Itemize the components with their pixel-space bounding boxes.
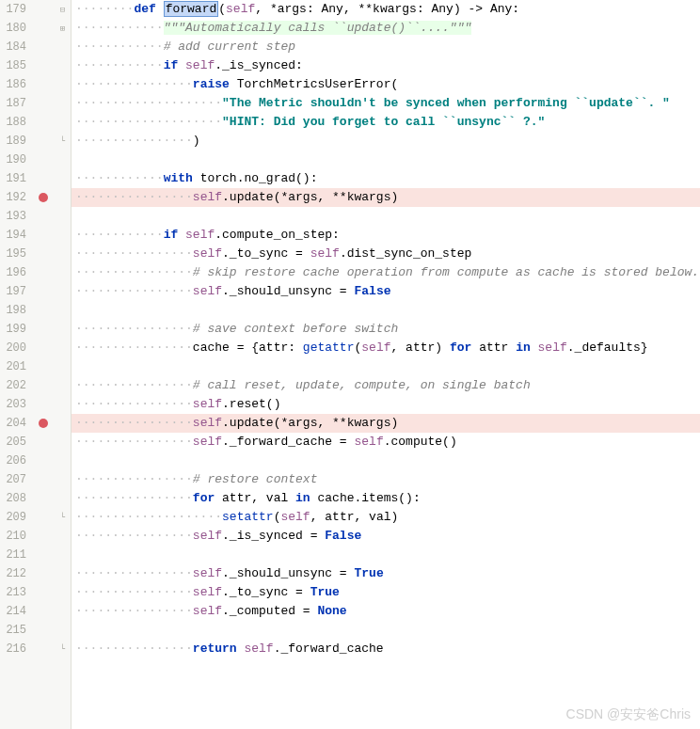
code-line[interactable]: ········def forward(self, *args: Any, **… bbox=[72, 0, 700, 19]
code-line[interactable] bbox=[72, 207, 700, 226]
breakpoint-cell[interactable] bbox=[39, 414, 48, 433]
token-kw: in bbox=[516, 341, 531, 355]
token-comment: # call reset, update, compute, on single… bbox=[193, 378, 531, 392]
fold-cell[interactable]: ⊟ bbox=[60, 0, 65, 19]
code-line[interactable]: ················self.update(*args, **kwa… bbox=[72, 188, 700, 207]
token-self: self bbox=[193, 416, 222, 430]
code-line[interactable] bbox=[72, 151, 700, 169]
token-kw: return bbox=[193, 642, 245, 656]
token-dots: ················ bbox=[75, 284, 193, 298]
code-line[interactable]: ················self._is_synced = False bbox=[72, 527, 700, 546]
breakpoint-icon[interactable] bbox=[39, 419, 48, 428]
fold-cell[interactable]: └ bbox=[60, 508, 65, 527]
code-line[interactable]: ················raise TorchMetricsUserEr… bbox=[72, 75, 700, 94]
breakpoint-gutter[interactable] bbox=[32, 0, 55, 729]
breakpoint-icon[interactable] bbox=[39, 193, 48, 202]
code-line[interactable]: ················# call reset, update, co… bbox=[72, 376, 700, 395]
line-number: 188 bbox=[0, 113, 26, 132]
code-line[interactable]: ················) bbox=[72, 132, 700, 151]
fold-plus-icon[interactable]: ⊞ bbox=[60, 24, 65, 34]
code-line[interactable]: ················self._computed = None bbox=[72, 602, 700, 621]
line-number: 216 bbox=[0, 640, 26, 658]
code-area[interactable]: ········def forward(self, *args: Any, **… bbox=[72, 0, 700, 729]
code-line[interactable]: ················self.update(*args, **kwa… bbox=[72, 414, 700, 433]
fold-cell[interactable]: ⊞ bbox=[60, 19, 65, 38]
token-op: .dist_sync_on_step bbox=[340, 246, 471, 261]
code-line[interactable]: ············if self.compute_on_step: bbox=[72, 226, 700, 245]
code-line[interactable]: ················# restore context bbox=[72, 470, 700, 489]
code-line[interactable] bbox=[72, 621, 700, 640]
code-line[interactable]: ················cache = {attr: getattr(s… bbox=[72, 339, 700, 357]
code-line[interactable]: ················self._forward_cache = se… bbox=[72, 433, 700, 452]
token-str: "HINT: Did you forget to call ``unsync``… bbox=[222, 115, 545, 129]
token-str: "The Metric shouldn't be synced when per… bbox=[222, 96, 670, 110]
fold-end-icon: └ bbox=[60, 513, 65, 522]
line-number: 214 bbox=[0, 602, 26, 621]
code-line[interactable] bbox=[72, 357, 700, 376]
line-number: 191 bbox=[0, 169, 26, 188]
line-number: 206 bbox=[0, 452, 26, 470]
token-dots: ················ bbox=[75, 190, 193, 204]
token-dots: ············ bbox=[75, 40, 164, 54]
token-self: self bbox=[226, 2, 255, 16]
token-fn: torch.no_grad(): bbox=[200, 171, 318, 185]
line-number: 215 bbox=[0, 621, 26, 640]
token-kw: if bbox=[164, 228, 185, 242]
token-dots: ········ bbox=[75, 2, 134, 16]
token-kw: False bbox=[325, 529, 361, 543]
token-kw: in bbox=[295, 491, 310, 505]
code-line[interactable] bbox=[72, 301, 700, 320]
token-op: attr bbox=[471, 341, 516, 355]
code-line[interactable] bbox=[72, 546, 700, 564]
code-line[interactable]: ············if self._is_synced: bbox=[72, 56, 700, 75]
token-self: self bbox=[185, 228, 215, 242]
line-number: 197 bbox=[0, 282, 26, 301]
token-op: .reset() bbox=[222, 397, 280, 411]
fold-gutter[interactable]: ⊟⊞└└└ bbox=[55, 0, 72, 729]
token-dots: ············ bbox=[75, 228, 164, 242]
token-op: ._forward_cache bbox=[274, 642, 384, 656]
token-op: ._to_sync = bbox=[222, 246, 310, 261]
token-op: .compute() bbox=[384, 435, 457, 449]
code-line[interactable]: ················self._to_sync = self.dis… bbox=[72, 245, 700, 263]
fold-cell[interactable]: └ bbox=[60, 132, 65, 151]
line-number: 210 bbox=[0, 527, 26, 546]
token-op: cache = {attr: bbox=[193, 341, 303, 355]
code-line[interactable]: ················self._to_sync = True bbox=[72, 583, 700, 602]
token-dots: ················ bbox=[75, 341, 193, 355]
token-self: self bbox=[193, 566, 222, 580]
code-line[interactable]: ················for attr, val in cache.i… bbox=[72, 489, 700, 508]
token-kw: if bbox=[164, 58, 185, 72]
code-line[interactable]: ················# skip restore cache ope… bbox=[72, 263, 700, 282]
code-line[interactable]: ················# save context before sw… bbox=[72, 320, 700, 339]
breakpoint-cell[interactable] bbox=[39, 188, 48, 207]
code-line[interactable]: ················self._should_unsync = Fa… bbox=[72, 282, 700, 301]
token-dots: ················ bbox=[75, 435, 193, 449]
fold-cell[interactable]: └ bbox=[60, 640, 65, 658]
code-line[interactable]: ················self._should_unsync = Tr… bbox=[72, 564, 700, 583]
code-line[interactable]: ····················setattr(self, attr, … bbox=[72, 508, 700, 527]
code-editor[interactable]: 1791801841851861871881891901911921931941… bbox=[0, 0, 700, 729]
token-op: ._is_synced: bbox=[215, 58, 303, 72]
code-line[interactable]: ····················"The Metric shouldn'… bbox=[72, 94, 700, 113]
token-self: self bbox=[193, 529, 222, 543]
code-line[interactable]: ············"""Automatically calls ``upd… bbox=[72, 19, 700, 38]
code-line[interactable]: ················return self._forward_cac… bbox=[72, 640, 700, 658]
line-number: 203 bbox=[0, 395, 26, 414]
token-comment: # skip restore cache operation from comp… bbox=[193, 265, 699, 279]
code-line[interactable]: ····················"HINT: Did you forge… bbox=[72, 113, 700, 132]
code-line[interactable] bbox=[72, 452, 700, 470]
code-line[interactable]: ················self.reset() bbox=[72, 395, 700, 414]
token-dots: ···················· bbox=[75, 96, 222, 110]
token-docstr: """Automatically calls ``update()``...."… bbox=[164, 21, 472, 35]
token-dots: ················ bbox=[75, 77, 193, 91]
fold-minus-icon[interactable]: ⊟ bbox=[60, 5, 65, 15]
code-line[interactable]: ············with torch.no_grad(): bbox=[72, 169, 700, 188]
token-builtin: getattr bbox=[303, 341, 355, 355]
token-self: self bbox=[280, 510, 310, 524]
line-number-gutter: 1791801841851861871881891901911921931941… bbox=[0, 0, 32, 729]
code-line[interactable]: ············# add current step bbox=[72, 38, 700, 56]
line-number: 204 bbox=[0, 414, 26, 433]
token-self: self bbox=[310, 246, 340, 261]
token-op: ._is_synced = bbox=[222, 529, 325, 543]
